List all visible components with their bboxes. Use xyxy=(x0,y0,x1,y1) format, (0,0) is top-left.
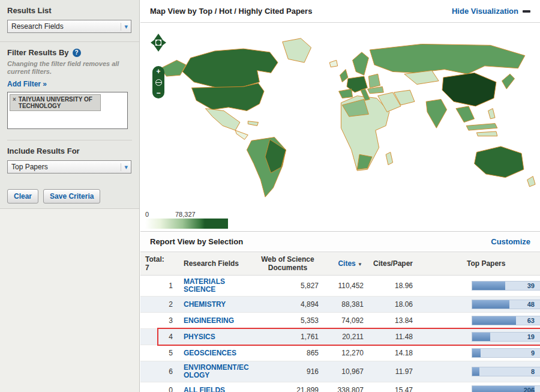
cites-value: 110,452 xyxy=(322,282,367,290)
column-top-papers: Top Papers xyxy=(416,259,540,268)
top-papers-value: 19 xyxy=(527,333,535,340)
filter-note: Changing the filter field removes all cu… xyxy=(7,60,132,76)
report-view-title: Report View by Selection xyxy=(150,237,243,246)
cites-value: 20,211 xyxy=(322,333,367,341)
total-label: Total: xyxy=(145,255,175,264)
top-papers-value: 206 xyxy=(524,387,535,392)
zoom-out-button[interactable]: − xyxy=(156,89,160,97)
cites-per-paper-value: 13.84 xyxy=(367,316,416,325)
top-papers-bar-fill xyxy=(472,316,516,325)
docs-value: 5,353 xyxy=(253,316,322,325)
include-results-dropdown[interactable]: Top Papers ▾ xyxy=(7,160,131,173)
table-row: 5 GEOSCIENCES 865 12,270 14.18 9 xyxy=(140,345,540,361)
top-papers-value: 48 xyxy=(527,301,535,308)
cites-per-paper-value: 11.97 xyxy=(367,367,416,376)
table-row-physics: 4 PHYSICS 1,761 20,211 11.48 19 xyxy=(140,329,540,345)
row-rank: 4 xyxy=(140,333,175,341)
globe-icon[interactable] xyxy=(155,79,162,86)
sidebar-bottom-panel xyxy=(0,208,139,392)
report-header: Report View by Selection Customize xyxy=(140,231,540,252)
docs-value: 21,899 xyxy=(253,386,322,392)
customize-link[interactable]: Customize xyxy=(491,237,530,246)
main-content: Map View by Top / Hot / Highly Cited Pap… xyxy=(140,0,540,392)
top-papers-bar: 19 xyxy=(472,332,540,342)
sort-desc-icon: ▼ xyxy=(358,262,362,267)
docs-value: 1,761 xyxy=(253,333,322,341)
clear-button[interactable]: Clear xyxy=(7,189,38,204)
include-results-heading: Include Results For xyxy=(7,146,132,155)
legend-min-label: 0 xyxy=(145,211,149,218)
docs-value: 865 xyxy=(253,349,322,357)
field-link[interactable]: ALL FIELDS xyxy=(184,386,225,392)
field-link[interactable]: PHYSICS xyxy=(184,333,215,341)
field-link[interactable]: MATERIALS SCIENCE xyxy=(184,277,225,294)
top-papers-bar: 48 xyxy=(472,300,540,309)
docs-value: 916 xyxy=(253,367,322,376)
top-papers-bar: 206 xyxy=(472,385,540,392)
table-row: 2 CHEMISTRY 4,894 88,381 18.06 48 xyxy=(140,297,540,313)
esi-page: Results List Research Fields ▾ Filter Re… xyxy=(0,0,540,392)
world-map[interactable] xyxy=(157,31,536,205)
zoom-control: + − xyxy=(152,66,164,98)
table-row: 0 ALL FIELDS 21,899 338,807 15.47 206 xyxy=(140,382,540,392)
column-cites-sort[interactable]: Cites ▼ xyxy=(322,259,367,268)
map-header: Map View by Top / Hot / Highly Cited Pap… xyxy=(140,0,540,23)
total-count: 7 xyxy=(145,264,175,272)
map-legend: 0 78,327 xyxy=(145,211,228,229)
top-papers-value: 39 xyxy=(527,282,535,289)
field-link[interactable]: GEOSCIENCES xyxy=(184,349,236,357)
field-link[interactable]: CHEMISTRY xyxy=(184,300,226,309)
map-view-title: Map View by Top / Hot / Highly Cited Pap… xyxy=(150,7,312,16)
collapse-icon xyxy=(523,10,530,13)
results-list-heading: Results List xyxy=(0,6,139,15)
save-criteria-button[interactable]: Save Criteria xyxy=(43,189,100,204)
row-rank: 0 xyxy=(140,386,175,392)
top-papers-value: 8 xyxy=(531,368,535,375)
hide-visualization-label: Hide Visualization xyxy=(452,7,518,16)
top-papers-value: 63 xyxy=(527,317,535,324)
row-rank: 1 xyxy=(140,282,175,290)
sidebar: Results List Research Fields ▾ Filter Re… xyxy=(0,0,140,392)
top-papers-bar-fill xyxy=(472,282,505,290)
top-papers-bar: 39 xyxy=(472,281,540,291)
active-filters-box: × TAIYUAN UNIVERSITY OF TECHNOLOGY xyxy=(7,92,128,129)
row-rank: 2 xyxy=(140,300,175,309)
top-papers-bar-fill xyxy=(472,333,490,341)
pan-control[interactable] xyxy=(148,34,169,62)
legend-max-label: 78,327 xyxy=(175,211,196,218)
map-countries[interactable] xyxy=(161,38,535,197)
cites-per-paper-value: 14.18 xyxy=(367,349,416,357)
top-papers-bar: 9 xyxy=(472,348,540,358)
field-link[interactable]: ENGINEERING xyxy=(184,316,234,325)
table-header-row: Total: 7 Research Fields Web of Science … xyxy=(140,252,540,276)
filter-tag[interactable]: × TAIYUAN UNIVERSITY OF TECHNOLOGY xyxy=(10,94,101,111)
cites-per-paper-value: 18.06 xyxy=(367,300,416,309)
docs-value: 5,827 xyxy=(253,282,322,290)
top-papers-bar: 63 xyxy=(472,316,540,325)
column-wos-documents: Web of Science Documents xyxy=(253,255,322,272)
legend-gradient-bar xyxy=(145,219,228,229)
row-rank: 5 xyxy=(140,349,175,357)
zoom-in-button[interactable]: + xyxy=(156,68,160,75)
results-list-dropdown-value: Research Fields xyxy=(8,22,64,31)
cites-value: 88,381 xyxy=(322,300,367,309)
field-link[interactable]: ENVIRONMENT/ECOLOGY xyxy=(184,363,249,379)
cites-per-paper-value: 11.48 xyxy=(367,333,416,341)
table-row: 6 ENVIRONMENT/ECOLOGY 916 10,967 11.97 8 xyxy=(140,361,540,382)
chevron-down-icon: ▾ xyxy=(121,23,131,31)
column-research-fields: Research Fields xyxy=(175,259,253,268)
cites-per-paper-value: 15.47 xyxy=(367,386,416,392)
cites-value: 74,092 xyxy=(322,316,367,325)
column-cites-per-paper: Cites/Paper xyxy=(367,259,416,268)
table-row: 1 MATERIALS SCIENCE 5,827 110,452 18.96 … xyxy=(140,276,540,297)
map-area: + − 0 78,327 xyxy=(140,23,540,231)
help-icon[interactable]: ? xyxy=(73,49,81,57)
results-list-dropdown[interactable]: Research Fields ▾ xyxy=(7,20,131,33)
hide-visualization-link[interactable]: Hide Visualization xyxy=(452,7,530,16)
cites-value: 338,807 xyxy=(322,386,367,392)
add-filter-link[interactable]: Add Filter » xyxy=(7,80,47,88)
remove-filter-icon[interactable]: × xyxy=(13,96,16,109)
top-papers-bar-fill xyxy=(472,300,509,309)
chevron-down-icon: ▾ xyxy=(121,163,131,171)
table-row: 3 ENGINEERING 5,353 74,092 13.84 63 xyxy=(140,313,540,329)
